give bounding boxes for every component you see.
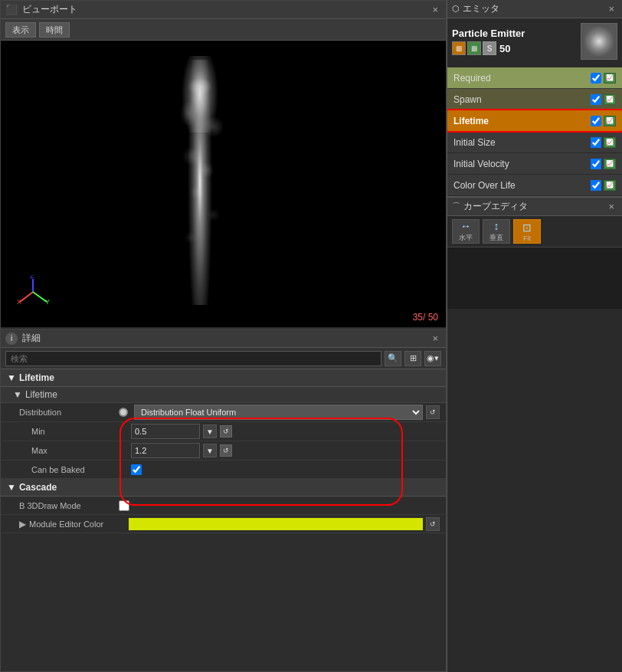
emitter-title-bar: ⬡ エミッタ ×	[447, 0, 622, 18]
b3ddraw-checkbox[interactable]	[119, 500, 129, 511]
curve-fit-button[interactable]: ⊡ Fit	[513, 219, 541, 244]
baked-label: Can be Baked	[31, 465, 131, 474]
viewport-close-button[interactable]: ×	[429, 4, 441, 15]
emitter-thumbnail	[581, 23, 617, 60]
cascade-section-label: Cascade	[19, 482, 57, 493]
module-initial-size-label: Initial Size	[453, 137, 591, 148]
fit-icon: ⊡	[522, 221, 532, 234]
emitter-close-button[interactable]: ×	[605, 3, 617, 15]
curve-vertical-button[interactable]: ↕ 垂直	[483, 219, 510, 244]
emitter-icon-s: S	[483, 41, 496, 55]
lifetime-sub-label: Lifetime	[25, 389, 57, 400]
distribution-row: Distribution Distribution Float Uniform …	[1, 403, 446, 422]
max-dropdown-btn[interactable]: ▼	[203, 444, 217, 457]
module-initial-size-check[interactable]	[591, 137, 601, 148]
module-lifetime-check[interactable]	[591, 116, 601, 126]
baked-value-container	[131, 464, 440, 475]
module-spawn-label: Spawn	[453, 94, 591, 105]
b3ddraw-label: B 3DDraw Mode	[19, 501, 119, 510]
curve-editor-area[interactable]	[447, 247, 622, 309]
curve-editor-close-button[interactable]: ×	[605, 201, 617, 212]
details-content: ▼ Lifetime ▼ Lifetime Distribution Distr	[1, 369, 446, 671]
details-title-text: 詳細	[22, 332, 41, 345]
module-required-check[interactable]	[591, 73, 601, 84]
viewport-title-icon: ⬛	[5, 4, 18, 15]
distribution-dropdown[interactable]: Distribution Float Uniform	[134, 405, 423, 420]
module-color-row: ▶ Module Editor Color ↺	[1, 515, 446, 533]
curve-editor-toolbar: ↔ 水平 ↕ 垂直 ⊡ Fit	[447, 216, 622, 247]
module-item-lifetime[interactable]: Lifetime 📈	[447, 110, 622, 132]
details-close-button[interactable]: ×	[429, 333, 441, 344]
particle-emitter-label: Particle Emitter	[452, 28, 576, 39]
module-item-required[interactable]: Required 📈	[447, 67, 622, 89]
curve-editor-title-text: カーブエディタ	[463, 200, 528, 213]
module-color-bar[interactable]	[129, 518, 423, 530]
module-color-over-life-graph[interactable]: 📈	[604, 180, 616, 191]
max-value-container: ▼ ↺	[131, 443, 440, 458]
vertical-arrows-icon: ↕	[494, 220, 499, 232]
svg-text:Z: Z	[30, 275, 34, 280]
b3ddraw-value-container	[119, 500, 440, 511]
min-reset-btn[interactable]: ↺	[220, 425, 232, 438]
min-row: Min ▼ ↺	[1, 422, 446, 441]
svg-line-1	[20, 292, 33, 302]
module-initial-velocity-check[interactable]	[591, 159, 601, 169]
max-reset-btn[interactable]: ↺	[220, 444, 232, 457]
details-panel: i 詳細 × 🔍 ⊞ ◉▾ ▼ Lifetime ▼ Lifetim	[0, 329, 447, 672]
module-lifetime-graph[interactable]: 📈	[604, 116, 616, 126]
curve-editor-panel: ⌒ カーブエディタ × ↔ 水平 ↕ 垂直 ⊡ Fit	[447, 197, 622, 320]
grid-view-button[interactable]: ⊞	[404, 351, 421, 366]
emitter-count: 50	[499, 43, 510, 54]
module-color-reset-btn[interactable]: ↺	[426, 517, 440, 531]
module-color-expand-icon[interactable]: ▶	[19, 519, 26, 529]
module-color-over-life-check[interactable]	[591, 180, 601, 191]
lifetime-section-header[interactable]: ▼ Lifetime	[1, 369, 446, 387]
search-input[interactable]	[5, 351, 381, 366]
module-initial-velocity-graph[interactable]: 📈	[604, 159, 616, 169]
module-initial-size-controls: 📈	[591, 137, 616, 148]
min-dropdown-btn[interactable]: ▼	[203, 425, 217, 438]
module-initial-size-graph[interactable]: 📈	[604, 137, 616, 148]
distribution-radio[interactable]	[119, 408, 128, 417]
module-item-initial-velocity[interactable]: Initial Velocity 📈	[447, 153, 622, 175]
baked-row: Can be Baked	[1, 461, 446, 479]
module-item-spawn[interactable]: Spawn 📈	[447, 89, 622, 110]
horizontal-label: 水平	[459, 233, 473, 243]
max-label: Max	[31, 446, 131, 455]
module-spawn-graph[interactable]: 📈	[604, 94, 616, 105]
search-icon-button[interactable]: 🔍	[385, 351, 401, 366]
baked-checkbox[interactable]	[131, 464, 142, 475]
viewport-toolbar: 表示 時間	[1, 19, 446, 41]
distribution-label: Distribution	[19, 408, 119, 417]
display-button[interactable]: 表示	[5, 22, 36, 38]
lifetime-sub-icon: ▼	[13, 389, 22, 400]
viewport-canvas: Z X Y 35/ 50	[1, 41, 446, 327]
module-color-over-life-controls: 📈	[591, 180, 616, 191]
module-color-over-life-label: Color Over Life	[453, 180, 591, 191]
module-list: Required 📈 Spawn 📈	[447, 67, 622, 196]
horizontal-arrows-icon: ↔	[460, 220, 471, 232]
emitter-header-row: Particle Emitter ▩ ▩ S 50	[452, 23, 617, 60]
eye-view-button[interactable]: ◉▾	[424, 351, 441, 366]
module-color-label: Module Editor Color	[29, 520, 129, 529]
emitter-title-icon: ⬡	[452, 4, 460, 14]
module-required-graph[interactable]: 📈	[604, 73, 616, 84]
module-item-initial-size[interactable]: Initial Size 📈	[447, 132, 622, 153]
distribution-value-container: Distribution Float Uniform ↺	[119, 405, 440, 420]
module-item-color-over-life[interactable]: Color Over Life 📈	[447, 175, 622, 196]
b3ddraw-row: B 3DDraw Mode	[1, 497, 446, 515]
distribution-reset-btn[interactable]: ↺	[426, 405, 440, 419]
max-input[interactable]	[131, 443, 200, 458]
module-required-controls: 📈	[591, 73, 616, 84]
emitter-icons-row: ▩ ▩ S	[452, 41, 496, 55]
module-spawn-check[interactable]	[591, 94, 601, 105]
min-input[interactable]	[131, 424, 200, 439]
time-button[interactable]: 時間	[39, 22, 70, 38]
curve-horizontal-button[interactable]: ↔ 水平	[452, 219, 480, 244]
lifetime-sub-header[interactable]: ▼ Lifetime	[1, 387, 446, 403]
details-info-icon: i	[5, 333, 18, 345]
emitter-icon-orange: ▩	[452, 41, 466, 55]
module-spawn-controls: 📈	[591, 94, 616, 105]
emitter-icon-green: ▩	[467, 41, 481, 55]
cascade-section-header[interactable]: ▼ Cascade	[1, 479, 446, 497]
